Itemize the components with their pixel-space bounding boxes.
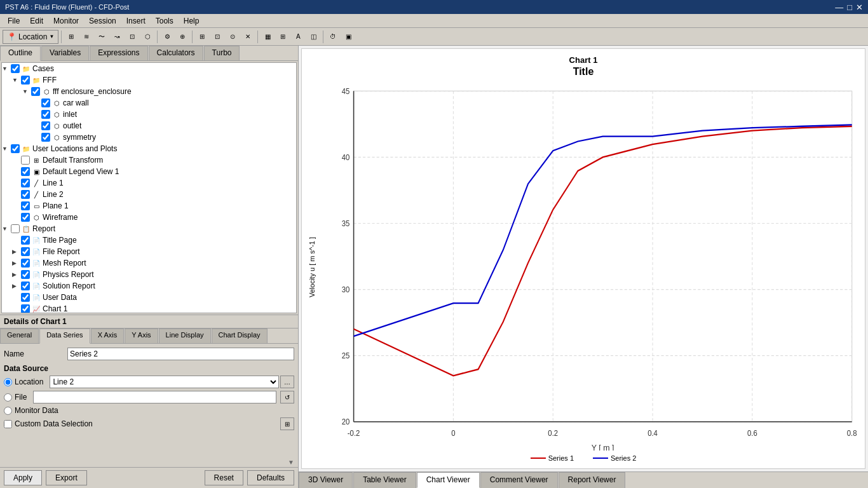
tree-node[interactable]: ╱Line 2 <box>2 189 296 200</box>
tree-checkbox[interactable] <box>21 270 30 279</box>
viewer-tab-chart-viewer[interactable]: Chart Viewer <box>417 472 480 488</box>
toolbar-btn-3[interactable]: 〜 <box>95 30 109 44</box>
file-input[interactable] <box>33 391 276 403</box>
toolbar-btn-13[interactable]: ▦ <box>261 30 275 44</box>
tree-checkbox[interactable] <box>31 87 40 96</box>
viewer-tab-3d-viewer[interactable]: 3D Viewer <box>299 472 353 488</box>
tree-node[interactable]: ▼📁User Locations and Plots <box>2 143 296 154</box>
viewer-tab-table-viewer[interactable]: Table Viewer <box>353 472 416 488</box>
tree-checkbox[interactable] <box>21 156 30 165</box>
custom-checkbox[interactable] <box>4 420 12 428</box>
panel-tab-expressions[interactable]: Expressions <box>90 46 147 60</box>
tree-node[interactable]: ▭Plane 1 <box>2 200 296 212</box>
panel-tab-calculators[interactable]: Calculators <box>149 46 203 60</box>
location-radio[interactable] <box>4 378 12 386</box>
panel-tab-variables[interactable]: Variables <box>41 46 89 60</box>
custom-expand-button[interactable]: ⊞ <box>280 417 294 430</box>
file-browse-button[interactable]: ↺ <box>280 391 294 403</box>
close-button[interactable]: ✕ <box>856 3 863 12</box>
tree-node[interactable]: ▼📋Report <box>2 223 296 234</box>
tree-checkbox[interactable] <box>21 190 30 199</box>
details-tab-y-axis[interactable]: Y Axis <box>125 329 158 343</box>
menu-item-help[interactable]: Help <box>179 15 205 27</box>
tree-checkbox[interactable] <box>21 281 30 290</box>
tree-node[interactable]: ⬡car wall <box>2 97 296 109</box>
viewer-tab-report-viewer[interactable]: Report Viewer <box>559 472 626 488</box>
location-button[interactable]: 📍 Location ▼ <box>3 30 58 44</box>
tree-checkbox[interactable] <box>41 110 50 119</box>
file-radio[interactable] <box>4 393 12 402</box>
tree-checkbox[interactable] <box>41 98 50 107</box>
panel-tab-outline[interactable]: Outline <box>0 46 41 61</box>
toolbar-btn-18[interactable]: ▣ <box>341 30 355 44</box>
details-tab-line-display[interactable]: Line Display <box>159 329 211 343</box>
name-input[interactable] <box>67 348 294 360</box>
tree-checkbox[interactable] <box>21 76 30 85</box>
tree-checkbox[interactable] <box>41 133 50 142</box>
tree-checkbox[interactable] <box>21 259 30 268</box>
tree-checkbox[interactable] <box>21 201 30 210</box>
menu-item-monitor[interactable]: Monitor <box>48 15 84 27</box>
tree-checkbox[interactable] <box>21 179 30 187</box>
toolbar-btn-12[interactable]: ✕ <box>241 30 255 44</box>
tree-node[interactable]: ▼⬡fff enclosure_enclosure <box>2 86 296 97</box>
details-tab-general[interactable]: General <box>0 329 39 343</box>
toolbar-btn-8[interactable]: ⊕ <box>175 30 189 44</box>
tree-node[interactable]: 📄User Data <box>2 292 296 303</box>
tree-node[interactable]: ▶📄Physics Report <box>2 269 296 280</box>
tree-node[interactable]: ▶📄Mesh Report <box>2 257 296 269</box>
toolbar-btn-1[interactable]: ⊞ <box>64 30 78 44</box>
panel-tab-turbo[interactable]: Turbo <box>204 46 240 60</box>
menu-item-tools[interactable]: Tools <box>151 15 179 27</box>
toolbar-btn-10[interactable]: ⊡ <box>210 30 224 44</box>
tree-node[interactable]: ⬡symmetry <box>2 132 296 143</box>
toolbar-btn-7[interactable]: ⚙ <box>160 30 174 44</box>
toolbar-btn-4[interactable]: ↝ <box>110 30 124 44</box>
tree-checkbox[interactable] <box>41 121 50 130</box>
details-tab-data-series[interactable]: Data Series <box>39 329 90 344</box>
tree-node[interactable]: ⬡outlet <box>2 120 296 132</box>
minimize-button[interactable]: — <box>835 3 843 12</box>
toolbar-btn-11[interactable]: ⊙ <box>226 30 240 44</box>
tree-view[interactable]: ▼📁Cases▼📁FFF▼⬡fff enclosure_enclosure⬡ca… <box>1 62 297 313</box>
tree-checkbox[interactable] <box>11 64 20 73</box>
tree-node[interactable]: 📈Chart 1 <box>2 303 296 313</box>
location-select[interactable]: Line 2 Line 1 <box>50 376 279 388</box>
toolbar-btn-16[interactable]: ◫ <box>306 30 320 44</box>
menu-item-edit[interactable]: Edit <box>25 15 48 27</box>
apply-button[interactable]: Apply <box>4 470 42 485</box>
toolbar-btn-15[interactable]: A <box>291 30 305 44</box>
toolbar-btn-5[interactable]: ⊡ <box>125 30 139 44</box>
defaults-button[interactable]: Defaults <box>247 470 294 485</box>
maximize-button[interactable]: □ <box>847 3 852 12</box>
menu-item-session[interactable]: Session <box>84 15 121 27</box>
menu-item-insert[interactable]: Insert <box>121 15 151 27</box>
tree-node[interactable]: ▣Default Legend View 1 <box>2 166 296 177</box>
reset-button[interactable]: Reset <box>205 470 243 485</box>
tree-node[interactable]: 📄Title Page <box>2 234 296 246</box>
details-tab-chart-display[interactable]: Chart Display <box>212 329 268 343</box>
tree-checkbox[interactable] <box>11 224 20 233</box>
tree-checkbox[interactable] <box>11 144 20 153</box>
tree-checkbox[interactable] <box>21 213 30 222</box>
details-tab-x-axis[interactable]: X Axis <box>91 329 125 343</box>
tree-node[interactable]: ╱Line 1 <box>2 177 296 189</box>
tree-node[interactable]: ▼📁Cases <box>2 63 296 74</box>
tree-checkbox[interactable] <box>21 247 30 256</box>
tree-checkbox[interactable] <box>21 167 30 176</box>
toolbar-btn-6[interactable]: ⬡ <box>140 30 154 44</box>
toolbar-btn-14[interactable]: ⊞ <box>276 30 290 44</box>
export-button[interactable]: Export <box>46 470 87 485</box>
tree-node[interactable]: ⊞Default Transform <box>2 154 296 166</box>
monitor-radio[interactable] <box>4 407 12 415</box>
tree-node[interactable]: ⬡inlet <box>2 109 296 120</box>
toolbar-btn-2[interactable]: ≋ <box>79 30 93 44</box>
viewer-tab-comment-viewer[interactable]: Comment Viewer <box>480 472 558 488</box>
tree-node[interactable]: ▶📄Solution Report <box>2 280 296 292</box>
tree-node[interactable]: ⬡Wireframe <box>2 212 296 223</box>
tree-checkbox[interactable] <box>21 293 30 302</box>
location-browse-button[interactable]: … <box>280 376 294 388</box>
tree-checkbox[interactable] <box>21 236 30 245</box>
toolbar-btn-17[interactable]: ⏱ <box>326 30 340 44</box>
tree-node[interactable]: ▶📄File Report <box>2 246 296 257</box>
